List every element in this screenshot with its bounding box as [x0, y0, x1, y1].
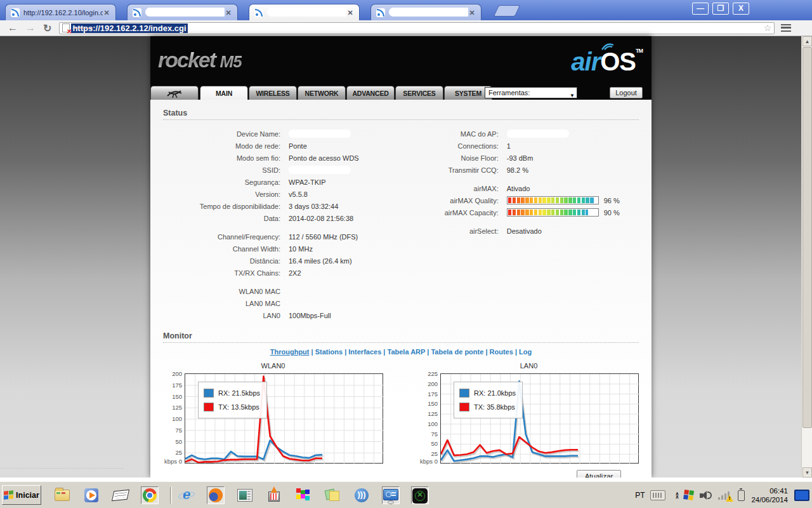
status-left-column: Device Name:Modo de rede:PonteModo sem f… [163, 128, 414, 321]
radar-icon[interactable] [411, 486, 429, 504]
status-value: -93 dBm [507, 154, 534, 162]
tab-close-icon[interactable]: ✕ [225, 9, 232, 17]
link-separator: | [381, 348, 387, 356]
time-text: 06:41 [769, 487, 788, 495]
address-book-icon[interactable] [112, 486, 129, 504]
monitor-icon[interactable] [794, 490, 809, 501]
start-button[interactable]: Iniciar [2, 485, 41, 505]
chevron-down-icon: ▼ [570, 91, 575, 101]
keyboard-icon[interactable] [650, 490, 665, 500]
control-panel-icon[interactable] [382, 486, 400, 504]
image-viewer-icon[interactable] [236, 486, 254, 504]
status-row: airMAX Quality:96 % [419, 194, 639, 206]
airos-favicon-icon [133, 8, 141, 17]
monitor-link-tabela-de-ponte[interactable]: Tabela de ponte [431, 348, 483, 356]
tab-title [145, 8, 225, 18]
y-tick-label: 75 [175, 427, 182, 434]
tab-close-icon[interactable]: ✕ [103, 9, 110, 17]
status-row: airMAX:Ativado [419, 182, 639, 194]
monitor-link-interfaces[interactable]: Interfaces [348, 348, 381, 356]
scroll-up-arrow[interactable]: ▲ [802, 36, 812, 46]
antenna-icon [166, 89, 183, 98]
nav-tab-network[interactable]: NETWORK [298, 86, 346, 100]
https-struck: https [72, 23, 93, 33]
reload-button[interactable]: ↻ [43, 22, 51, 34]
logout-button[interactable]: Logout [610, 87, 643, 98]
internet-explorer-icon[interactable]: e [178, 486, 195, 504]
monitor-links: Throughput | Stations | Interfaces | Tab… [150, 348, 652, 356]
legend-label: RX: 21.0kbps [474, 389, 516, 397]
chrome-menu-icon[interactable] [781, 24, 791, 32]
sticky-notes-icon [325, 488, 339, 502]
status-label: Segurança: [163, 178, 280, 186]
burn-tool-icon[interactable] [265, 486, 283, 504]
network-warning-icon[interactable]: ! [718, 490, 732, 501]
status-row: Transmitir CCQ:98.2 % [419, 164, 639, 176]
nav-tab-advanced[interactable]: ADVANCED [346, 86, 395, 100]
status-label: SSID: [163, 166, 280, 174]
status-label: Transmitir CCQ: [419, 166, 499, 174]
status-value: 10 MHz [289, 245, 313, 253]
tab-ubnt-logo[interactable] [150, 86, 199, 100]
status-row: Channel/Frequency:112 / 5560 MHz (DFS) [163, 231, 414, 243]
status-label: Tempo de disponibilidade: [163, 203, 280, 210]
battery-icon[interactable] [738, 490, 745, 501]
scroll-down-arrow[interactable]: ▼ [802, 467, 812, 478]
y-tick-label: 75 [431, 431, 438, 438]
insecure-page-icon[interactable] [62, 23, 70, 32]
status-row: airMAX Capacity:90 % [419, 206, 639, 218]
explorer-icon[interactable] [53, 486, 71, 504]
minimize-button[interactable]: — [692, 3, 709, 15]
ferramentas-select[interactable]: Ferramentas: ▼ [485, 87, 577, 98]
restore-button[interactable]: ❐ [712, 3, 729, 15]
tab-close-icon[interactable]: ✕ [346, 9, 354, 17]
nav-tab-services[interactable]: SERVICES [395, 86, 443, 100]
y-tick-label: 100 [428, 420, 438, 427]
bookmark-star-icon[interactable]: ☆ [764, 23, 772, 33]
winbox-icon[interactable]: ))) [353, 486, 370, 504]
nav-tab-wireless[interactable]: WIRELESS [249, 86, 297, 100]
status-row: Modo de rede:Ponte [163, 140, 414, 152]
y-zero-label: kbps 0 [420, 458, 438, 465]
clock[interactable]: 06:4124/06/2014 [751, 486, 788, 504]
language-indicator[interactable]: PT [635, 491, 645, 500]
address-bar[interactable]: https://192.162.2.12/index.cgi ☆ [59, 22, 775, 34]
firefox-icon[interactable] [207, 486, 225, 504]
tab-close-icon[interactable]: ✕ [468, 9, 476, 17]
status-label: Modo sem fio: [163, 154, 280, 162]
color-cluster-icon[interactable] [294, 486, 312, 504]
nav-tab-main[interactable]: MAIN [200, 86, 248, 100]
status-row: MAC do AP: [419, 128, 639, 140]
chrome-icon[interactable] [141, 486, 159, 504]
status-row: WLAN0 MAC [163, 285, 414, 297]
monitor-link-routes[interactable]: Routes [490, 348, 513, 356]
browser-tab[interactable]: ✕ [249, 4, 360, 20]
close-window-button[interactable]: X [733, 3, 749, 15]
browser-toolbar: ← → ↻ https://192.162.2.12/index.cgi ☆ [0, 20, 812, 36]
chart-legend: RX: 21.5kbpsTX: 13.5kbps [198, 382, 267, 418]
browser-tab[interactable]: ✕ [127, 4, 238, 20]
chevron-up-icon[interactable]: ∧∧ [676, 492, 679, 498]
scroll-thumb[interactable] [802, 47, 812, 428]
status-value: v5.5.8 [289, 190, 308, 198]
new-tab-button[interactable] [494, 5, 520, 17]
status-value [289, 130, 351, 138]
media-player-icon [84, 488, 98, 502]
volume-icon[interactable] [700, 490, 712, 500]
monitor-link-throughput[interactable]: Throughput [270, 348, 310, 356]
legend-swatch [459, 389, 469, 398]
sticky-notes-icon[interactable] [324, 486, 341, 504]
page-scrollbar[interactable]: ▲ ▼ [801, 36, 812, 478]
url-text[interactable]: https://192.162.2.12/index.cgi [71, 23, 187, 33]
media-player-icon[interactable] [82, 486, 100, 504]
forward-button[interactable]: → [25, 22, 36, 34]
monitor-link-tabela-arp[interactable]: Tabela ARP [388, 348, 426, 356]
monitor-link-stations[interactable]: Stations [315, 348, 343, 356]
monitor-link-log[interactable]: Log [519, 348, 532, 356]
browser-tab[interactable]: ✕ [370, 4, 481, 20]
browser-tab[interactable]: http://192.162.2.10/login.cg✕ [5, 4, 116, 20]
url-rest: ://192.162.2.12/index.cgi [93, 23, 186, 33]
avg-icon[interactable] [683, 490, 695, 501]
back-button[interactable]: ← [8, 22, 18, 34]
legend-entry: TX: 13.5kbps [204, 400, 260, 414]
